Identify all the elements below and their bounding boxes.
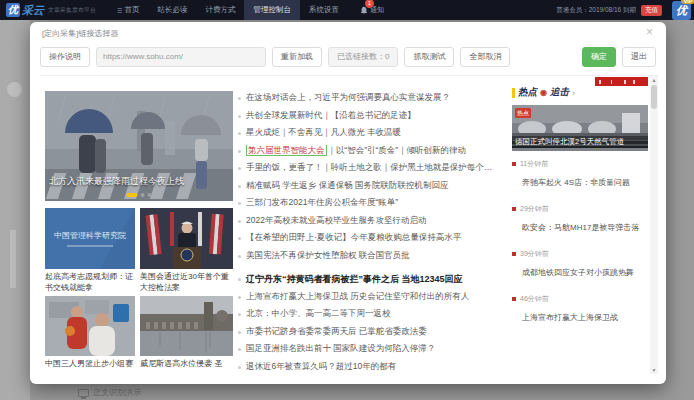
hot-lead-caption: 德国正式叫停北溪2号天然气管道 (512, 136, 648, 148)
headline-link[interactable]: 第六届世界智能大会｜以“智会”引“质金”｜倾听创新的律动 (238, 145, 506, 163)
exit-button[interactable]: 退出 (622, 47, 656, 67)
menu-item-label: 系统设置 (309, 5, 339, 15)
bullet-icon (238, 220, 241, 223)
headline-link[interactable]: 精准赋码 学生返乡 保通保畅 国务院联防联控机制回应 (238, 180, 506, 198)
scroll-up-icon[interactable]: ▲ (650, 76, 658, 84)
headline-link[interactable]: 手里的饭，更香了！｜聆听土地之歌｜保护黑土地就是保护每个… (238, 162, 506, 180)
captured-page: 北方入汛来最强降雨过程今夜上线 中国管理科学研究院 (40, 75, 658, 373)
recharge-button[interactable]: 充值 (641, 5, 662, 16)
sign-text: 中国管理科学研究院 (54, 231, 126, 240)
hot-item-time: 39分钟前 (520, 249, 549, 259)
headline-link[interactable]: 三部门发布2021年住房公积金年度“账单” (238, 197, 506, 215)
hot-item-time: 11分钟前 (520, 159, 548, 169)
ad-banner[interactable] (595, 77, 648, 86)
hot-news-header[interactable]: 热点 ◉ 追击 › (512, 86, 650, 99)
hot-header-left: 热点 (518, 86, 537, 99)
bullet-icon (238, 313, 241, 316)
headline-link[interactable]: 美国宪法不再保护女性堕胎权 联合国官员批 (238, 250, 506, 268)
hot-news-item[interactable]: 11分钟前奔驰车起火 4S店：非质量问题 (512, 159, 650, 204)
headline-link[interactable]: 国足亚洲排名跌出前十 国家队建设为何陷入停滞？ (238, 343, 506, 361)
headline-link[interactable]: 在这场对话会上，习近平为何强调要真心实意谋发展？ (238, 92, 506, 110)
headline-list: 在这场对话会上，习近平为何强调要真心实意谋发展？共创全球发展新时代｜【沿着总书记… (238, 92, 506, 378)
bullet-icon (238, 237, 241, 240)
brand-tagline: 文章采集发布平台 (48, 7, 100, 14)
target-icon: ◉ (540, 89, 547, 97)
headline-link[interactable]: 星火成炬｜不舍再见｜凡人微光 丰收温暖 (238, 127, 506, 145)
reload-button[interactable]: 重新加载 (272, 47, 322, 67)
hot-item-title[interactable]: 欧安会：马航MH17是被导弹击落 (522, 222, 650, 233)
menu-item[interactable]: 计费方式 (196, 0, 244, 20)
thumb-image-research-institute[interactable]: 中国管理科学研究院 (45, 208, 135, 269)
headline-text: 2022年高校未就业高校毕业生服务攻坚行动启动 (246, 215, 426, 227)
headline-text: 三部门发布2021年住房公积金年度“账单” (246, 197, 398, 209)
headline-link[interactable]: 退休近6年被查算久吗？超过10年的都有 (238, 361, 506, 379)
grab-test-button[interactable]: 抓取测试 (404, 47, 454, 67)
hot-item-title[interactable]: 奔驰车起火 4S店：非质量问题 (522, 177, 650, 188)
thumb-caption[interactable]: 中国三人男篮止步小组赛 (45, 359, 135, 370)
dialog-toolbar: 操作说明 https://www.sohu.com/ 重新加载 已选链接数：0 … (40, 46, 656, 68)
carousel-image[interactable]: 北方入汛来最强降雨过程今夜上线 (45, 91, 233, 201)
hot-item-time-row: 11分钟前 (512, 159, 650, 169)
headline-text: 手里的饭，更香了！｜聆听土地之歌｜保护黑土地就是保护每个… (246, 162, 492, 174)
thumb-image-gun-law[interactable] (140, 208, 233, 269)
headline-link[interactable]: 北京：中小学、高一高二等下周一返校 (238, 308, 506, 326)
chevron-right-icon: › (572, 88, 575, 98)
close-icon[interactable]: × (646, 25, 653, 39)
scrollbar-thumb[interactable] (651, 85, 657, 109)
background-menu-item: 正文识别演示 (78, 387, 141, 398)
blue-sign-image: 中国管理科学研究院 (45, 208, 135, 269)
menu-item[interactable]: 管理控制台 (244, 0, 300, 20)
carousel-dots[interactable] (127, 193, 152, 197)
headline-link[interactable]: 2022年高校未就业高校毕业生服务攻坚行动启动 (238, 215, 506, 233)
help-button[interactable]: 操作说明 (40, 47, 90, 67)
hot-news-item[interactable]: 29分钟前欧安会：马航MH17是被导弹击落 (512, 204, 650, 249)
headline-text: 星火成炬｜不舍再见｜凡人微光 丰收温暖 (246, 127, 401, 139)
background-menu-label: 正文识别演示 (93, 387, 141, 398)
membership-status: 普通会员：2019/08/16 到期 (556, 6, 636, 15)
scroll-down-icon[interactable]: ▼ (650, 366, 658, 374)
confirm-button[interactable]: 确定 (582, 47, 616, 67)
headline-link[interactable]: 共创全球发展新时代｜【沿着总书记的足迹】 (238, 110, 506, 128)
thumb-image-basketball[interactable] (45, 296, 135, 356)
hot-item-time-row: 46分钟前 (512, 294, 650, 304)
hot-item-title[interactable]: 上海宣布打赢大上海保卫战 (522, 312, 650, 323)
bullet-icon (238, 97, 241, 100)
hot-news-item[interactable]: 39分钟前成都地铁回应女子对小孩跳热舞 (512, 249, 650, 294)
thumb-caption[interactable]: 起底高考志愿规划师：证书交钱就能拿 (45, 272, 135, 294)
headline-link[interactable]: 【在希望的田野上·夏收记】今年夏粮收购总量保持高水平 (238, 232, 506, 250)
bullet-icon (238, 366, 241, 369)
thumb-caption[interactable]: 威尼斯遇高水位侵袭 圣 (140, 359, 232, 370)
sidebar-icon-blob (7, 82, 22, 97)
content-scrollbar[interactable]: ▲ ▼ (650, 76, 658, 374)
hot-news-item[interactable]: 46分钟前上海宣布打赢大上海保卫战 (512, 294, 650, 339)
carousel-dot[interactable] (148, 193, 152, 197)
bullet-icon (238, 115, 241, 118)
thumb-image-venice-flood[interactable] (140, 296, 233, 356)
bullet-icon (238, 278, 241, 281)
headline-link[interactable]: 上海宣布打赢大上海保卫战 历史会记住坚守和付出的所有人 (238, 291, 506, 309)
menu-item[interactable]: 系统设置 (300, 0, 348, 20)
hot-item-title[interactable]: 成都地铁回应女子对小孩跳热舞 (522, 267, 650, 278)
hot-item-time-row: 39分钟前 (512, 249, 650, 259)
carousel-dot[interactable] (141, 193, 145, 197)
selected-link-highlight[interactable]: 第六届世界智能大会 (246, 145, 327, 156)
bullet-icon (238, 185, 241, 188)
brand-logo[interactable]: 优 采云 文章采集发布平台 (6, 3, 100, 18)
cancel-all-button[interactable]: 全部取消 (460, 47, 510, 67)
headline-text: 美国宪法不再保护女性堕胎权 联合国官员批 (246, 250, 410, 262)
hot-item-time-row: 29分钟前 (512, 204, 650, 214)
thumb-caption[interactable]: 美国会通过近30年首个重大控枪法案 (140, 272, 232, 294)
notification-button[interactable]: 通知 1 (360, 5, 384, 15)
menu-item[interactable]: 站长必读 (148, 0, 196, 20)
headline-link[interactable]: 辽宁丹东“持黄码者看病被拦”事件之后 当地12345回应 (238, 273, 506, 291)
hot-lead-story[interactable]: 热点 德国正式叫停北溪2号天然气管道 (512, 105, 648, 151)
headline-text: 辽宁丹东“持黄码者看病被拦”事件之后 当地12345回应 (246, 273, 463, 286)
menu-item[interactable]: ☰首页 (108, 0, 148, 20)
carousel-dot-active[interactable] (127, 193, 138, 197)
headline-text: 国足亚洲排名跌出前十 国家队建设为何陷入停滞？ (246, 343, 435, 355)
square-bullet-icon (512, 162, 516, 166)
url-input[interactable]: https://www.sohu.com/ (96, 47, 266, 67)
headline-text: 第六届世界智能大会｜以“智会”引“质金”｜倾听创新的律动 (246, 145, 466, 157)
headline-link[interactable]: 市委书记跻身省委常委两天后 已掌舵省委政法委 (238, 326, 506, 344)
user-avatar[interactable]: 优 VIP (672, 1, 691, 20)
